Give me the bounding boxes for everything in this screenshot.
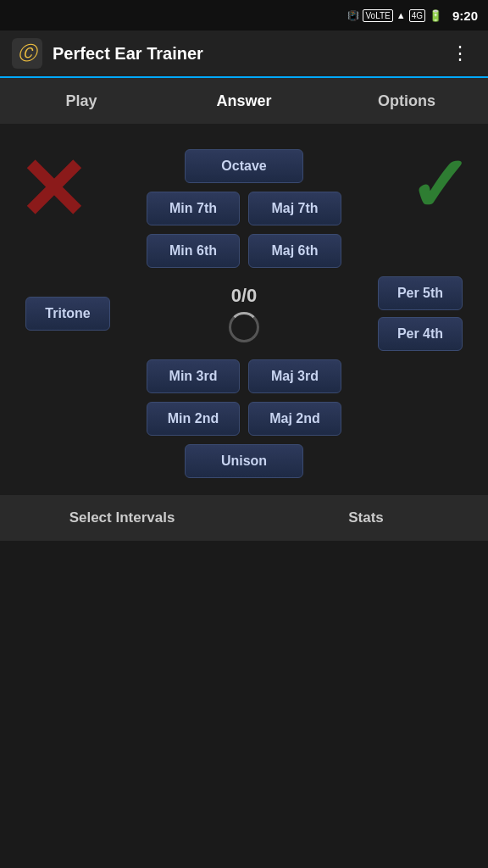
interval-btn-maj3[interactable]: Maj 3rd bbox=[248, 359, 341, 393]
interval-btn-min2[interactable]: Min 2nd bbox=[147, 402, 240, 436]
time-display: 9:20 bbox=[452, 8, 478, 23]
interval-btn-min6[interactable]: Min 6th bbox=[147, 234, 240, 268]
interval-btn-unison[interactable]: Unison bbox=[185, 444, 303, 478]
volte-icon: VoLTE bbox=[363, 9, 392, 22]
interval-row-6: Min 6th Maj 6th bbox=[147, 234, 341, 268]
tab-answer[interactable]: Answer bbox=[163, 78, 325, 124]
score-display: 0/0 bbox=[231, 285, 258, 307]
interval-btn-maj6[interactable]: Maj 6th bbox=[248, 234, 341, 268]
bottom-tab-stats[interactable]: Stats bbox=[244, 495, 488, 541]
tab-play[interactable]: Play bbox=[0, 78, 163, 124]
intervals-area: Octave Min 7th Maj 7th Min 6th Maj 6th T… bbox=[8, 149, 480, 478]
middle-row: Tritone 0/0 Per 5th Per 4th bbox=[8, 276, 480, 351]
vibrate-icon: 📳 bbox=[347, 10, 359, 21]
overflow-menu-button[interactable]: ⋮ bbox=[444, 39, 476, 68]
tab-bar: Play Answer Options bbox=[0, 78, 488, 124]
status-bar: 📳 VoLTE ▲ 4G 🔋 9:20 bbox=[0, 0, 488, 31]
battery-icon: 🔋 bbox=[429, 9, 442, 22]
loading-spinner bbox=[229, 312, 259, 342]
interval-row-octave: Octave bbox=[185, 149, 303, 183]
bottom-bar: Select Intervals Stats bbox=[0, 495, 488, 541]
interval-btn-min7[interactable]: Min 7th bbox=[147, 192, 240, 225]
left-buttons: Tritone bbox=[25, 297, 110, 331]
interval-row-7: Min 7th Maj 7th bbox=[147, 192, 341, 225]
interval-btn-per5[interactable]: Per 5th bbox=[378, 276, 463, 310]
interval-btn-per4[interactable]: Per 4th bbox=[378, 317, 463, 351]
status-icons: 📳 VoLTE ▲ 4G 🔋 bbox=[347, 9, 442, 22]
app-bar: Ⓒ Perfect Ear Trainer ⋮ bbox=[0, 31, 488, 78]
interval-btn-maj2[interactable]: Maj 2nd bbox=[248, 402, 341, 436]
interval-row-3: Min 3rd Maj 3rd bbox=[147, 359, 341, 393]
interval-btn-octave[interactable]: Octave bbox=[185, 149, 303, 183]
signal-icon: ▲ bbox=[396, 10, 406, 20]
interval-btn-maj7[interactable]: Maj 7th bbox=[248, 192, 341, 225]
interval-row-unison: Unison bbox=[185, 444, 303, 478]
4g-icon: 4G bbox=[409, 9, 425, 22]
interval-btn-min3[interactable]: Min 3rd bbox=[147, 359, 240, 393]
app-logo: Ⓒ bbox=[12, 38, 42, 69]
interval-row-2: Min 2nd Maj 2nd bbox=[147, 402, 341, 436]
app-title: Perfect Ear Trainer bbox=[53, 44, 444, 64]
right-buttons: Per 5th Per 4th bbox=[378, 276, 463, 351]
score-area: 0/0 bbox=[229, 285, 259, 342]
main-content: ✕ ✓ Octave Min 7th Maj 7th Min 6th Maj 6… bbox=[0, 124, 488, 495]
bottom-tab-select-intervals[interactable]: Select Intervals bbox=[0, 495, 244, 541]
interval-btn-tritone[interactable]: Tritone bbox=[25, 297, 110, 331]
tab-options[interactable]: Options bbox=[325, 78, 488, 124]
extra-space bbox=[0, 541, 488, 868]
